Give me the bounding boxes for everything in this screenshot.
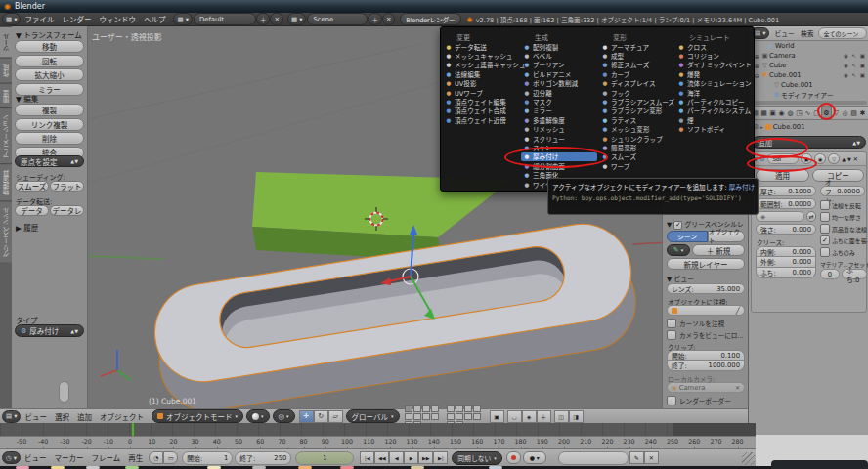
shading-dropdown[interactable]: ▾ (246, 409, 270, 423)
playback-button[interactable]: ◀◀ (374, 451, 389, 464)
clamp-field[interactable]: 範囲制:0.0000 (756, 198, 816, 209)
tool-button[interactable]: 複製 (15, 104, 84, 116)
menu-item[interactable]: ●ミラー (521, 107, 597, 115)
crease-inner-field[interactable]: 内側:0.000 (756, 246, 816, 257)
checkbox[interactable] (820, 224, 830, 234)
menu-item[interactable]: ●ダイナミックペイント (675, 61, 754, 69)
tool-tab[interactable]: 物理演算 (0, 163, 12, 200)
menu-item[interactable]: ●法線編集 (443, 69, 519, 78)
checkbox[interactable] (820, 200, 830, 210)
tool-button[interactable]: 拡大縮小 (15, 68, 84, 81)
mode-dropdown[interactable]: オブジェクトモード▾ (152, 409, 243, 423)
playback-button[interactable]: ▶| (433, 451, 448, 464)
invert-vgroup-button[interactable]: ⇄ (806, 211, 816, 222)
layout-close-button[interactable]: ✕ (270, 13, 282, 25)
menu-item[interactable]: ●パーティクルシステム (675, 107, 754, 115)
manipulator-translate-button[interactable]: ✛ (299, 410, 314, 423)
crease-rim-field[interactable]: ふち:0.000 (756, 268, 816, 278)
editor-type-button[interactable]: ▤ ▾ (2, 410, 21, 423)
menu-item[interactable]: ●多重解像度 (521, 115, 597, 124)
menu-item[interactable]: ●メッシュ変形 (599, 125, 675, 134)
properties-tab-icon[interactable]: ▨ (849, 107, 858, 119)
clip-end-field[interactable]: 終了:1000.000 (667, 361, 745, 371)
properties-tab-icon[interactable]: ◎ (841, 107, 849, 119)
lock-camera-row[interactable]: カメラをビューにロ... (667, 330, 744, 340)
outliner-row[interactable]: ⊕ ▣ Camera ◉ ↖ ▣ (749, 51, 868, 61)
menu-file[interactable]: ファイル (21, 14, 58, 24)
menu-item[interactable]: ●爆発 (675, 69, 754, 78)
redo-type-dropdown[interactable]: ⚙厚み付け▲▼ (15, 324, 84, 337)
preview-range-icon[interactable]: ◔ (149, 451, 163, 464)
screen-layout-field[interactable]: Default (194, 13, 256, 25)
menu-item[interactable]: ●スキン (521, 143, 597, 151)
manipulator-rotate-button[interactable]: ↻ (314, 410, 328, 423)
tl-menu-marker[interactable]: マーカー (51, 452, 88, 463)
set-origin-button[interactable]: 原点を設定▲▼ (15, 155, 84, 167)
menu-item[interactable]: ●コリジョン (675, 51, 754, 60)
menu-item[interactable]: ●メッシュ連番キャッシュ (443, 61, 519, 69)
lens-field[interactable]: レンズ:35.000 (667, 283, 745, 294)
menu-item[interactable]: ●パーティクルコピー (675, 97, 754, 106)
eye-toggle-icon[interactable]: ◉ (814, 153, 826, 164)
menu-item[interactable]: ●データ転送 (443, 42, 519, 51)
outliner-scope-select[interactable]: 全てのシーン (818, 27, 867, 39)
gp-pen-dropdown[interactable]: ✎▾ (667, 244, 690, 256)
playback-button[interactable]: |◀ (360, 451, 374, 464)
transfer-layout-button[interactable]: データレ (50, 205, 84, 216)
properties-tab-icon[interactable]: ✱ (858, 107, 867, 119)
tool-tab[interactable]: 作成 (0, 58, 12, 83)
outliner-row[interactable]: ⚙ モディファイアー (749, 90, 868, 100)
menu-item[interactable]: ●ラプラシアンスムーズ (599, 97, 675, 106)
tool-tab[interactable]: アニメーション (0, 107, 12, 163)
offset-field[interactable]: オフセ:0.0000 (820, 186, 865, 196)
properties-tab-icon[interactable]: ◉ (777, 107, 786, 119)
menu-item[interactable]: ●ポリゴン数削減 (521, 79, 597, 88)
menu-item[interactable]: ●スムーズ (599, 152, 675, 161)
menu-item[interactable]: ●ディスプレイス (599, 79, 675, 88)
visibility-toggles[interactable]: ◉ ↖ ▣ (844, 72, 868, 78)
editor-type-button[interactable]: ▦ ▾ (2, 13, 21, 25)
outliner-row[interactable]: ⊕ ▽ Cube ◉ ↖ ▣ (749, 61, 868, 70)
menu-item[interactable]: ●ビルドアニメ (521, 69, 597, 78)
scene-icon[interactable]: ▩ ▾ (287, 13, 306, 25)
tl-menu-view[interactable]: ビュー (21, 452, 51, 463)
playback-button[interactable]: ▶ (404, 451, 418, 464)
autokey-record-button[interactable] (506, 451, 521, 464)
menu-render[interactable]: レンダー (58, 14, 95, 24)
frame-lock-icon[interactable]: ▭ (163, 451, 178, 464)
vp-menu-add[interactable]: 追加 (73, 411, 96, 422)
render-engine-select[interactable]: Blenderレンダー (400, 13, 460, 25)
menu-item[interactable]: ●成型 (599, 51, 675, 60)
tool-button[interactable]: 削除 (15, 132, 84, 145)
outliner-row[interactable]: ▽ Cube.001 (749, 80, 868, 90)
gp-scene-button[interactable]: シーン (667, 231, 708, 242)
editor-type-button[interactable]: ◷ ▾ (2, 451, 21, 464)
snap-element-dropdown[interactable]: ◈ (522, 410, 537, 423)
tl-menu-frame[interactable]: フレーム (88, 452, 125, 463)
pivot-dropdown[interactable]: ◎▾ (273, 409, 295, 423)
clear-icon[interactable]: ✕ (735, 384, 740, 391)
properties-tab-icon[interactable]: ◍ (786, 107, 795, 119)
sync-dropdown[interactable]: 同期しない▾ (452, 451, 502, 465)
properties-tab-icon[interactable]: ▢ (812, 107, 821, 119)
menu-item[interactable]: ●ソフトボディ (675, 125, 754, 134)
properties-tab-icon[interactable]: ◳ (795, 107, 803, 119)
vp-menu-select[interactable]: 選択 (51, 411, 73, 422)
check-row[interactable]: ふちのみ (820, 246, 867, 258)
screen-layout-icon[interactable]: ▦ ▾ (173, 13, 192, 25)
clip-start-field[interactable]: 開始:0.100 (667, 350, 745, 361)
timeline-frames[interactable] (0, 423, 756, 436)
outliner-scrollbar[interactable] (751, 101, 867, 105)
edit-section-header[interactable]: ▼ 編集 (16, 93, 38, 104)
properties-tab-icon[interactable]: ▽ (832, 107, 841, 119)
snap-magnet-icon[interactable]: ◡ (507, 410, 522, 423)
timeline-ruler[interactable]: -50-40-30-20-100102030405060708090100110… (0, 436, 756, 448)
shade-flat-button[interactable]: フラット (50, 181, 84, 192)
current-frame-field[interactable]: 1 (295, 451, 354, 465)
properties-tab-icon[interactable]: ▦ (760, 107, 768, 119)
frame-start-field[interactable]: 開始:1 (182, 451, 233, 465)
tl-menu-playback[interactable]: 再生 (124, 452, 147, 463)
menu-item[interactable]: ●ブーリアン (521, 61, 597, 69)
menu-item[interactable]: ●UVワープ (443, 88, 519, 97)
copy-button[interactable]: コピー (812, 169, 864, 182)
